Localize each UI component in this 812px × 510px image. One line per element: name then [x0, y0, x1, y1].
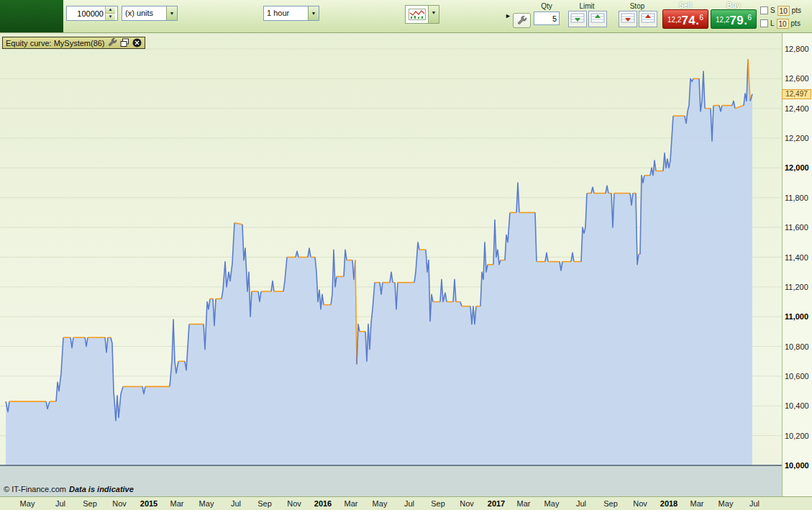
x-axis-label: Nov: [287, 499, 301, 508]
wrench-icon: [517, 16, 527, 26]
stop-grid-up-icon: [641, 12, 655, 24]
y-axis-label: 12,200: [785, 134, 809, 142]
y-axis-label: 11,800: [785, 193, 808, 202]
chart-type-button[interactable]: ▼: [405, 5, 439, 24]
limit-order-down-button[interactable]: [568, 11, 587, 27]
stop-grid-down-icon: [621, 12, 635, 24]
buy-button[interactable]: 12,279.6: [711, 9, 757, 29]
chevron-down-icon[interactable]: ▼: [166, 6, 177, 20]
limit-label: Limit: [567, 2, 607, 10]
x-axis-label: May: [20, 499, 35, 508]
x-axis-label: May: [719, 499, 734, 508]
x-axis-label: Nov: [112, 499, 127, 508]
stop-pts-unit: pts: [792, 6, 801, 14]
chart-tab-title: Equity curve: MySystem(86): [6, 39, 105, 47]
x-axis-label: Mar: [690, 499, 704, 508]
x-axis-label: 2017: [488, 499, 505, 508]
timeframe-dropdown[interactable]: 1 hour ▼: [263, 6, 319, 21]
x-axis-label: Sep: [257, 499, 272, 508]
sell-label: Sell: [662, 1, 708, 9]
x-axis-label: Mar: [170, 499, 184, 508]
chart-tab[interactable]: Equity curve: MySystem(86): [2, 37, 145, 49]
timeframe-dropdown-value: 1 hour: [264, 6, 308, 20]
y-axis-label: 11,400: [785, 253, 808, 262]
equity-curve: [0, 32, 782, 496]
x-axis-label: May: [373, 499, 388, 508]
x-axis-label: Jul: [404, 499, 414, 508]
stop-order-up-button[interactable]: [639, 11, 657, 27]
wrench-icon[interactable]: [108, 38, 117, 47]
limit-pts-input[interactable]: 10: [777, 19, 789, 29]
y-axis-label: 10,200: [785, 432, 809, 440]
units-dropdown[interactable]: (x) units ▼: [122, 6, 178, 21]
stop-checkbox[interactable]: [760, 6, 768, 14]
price-axis[interactable]: 12,80012,60012,40012,20012,00011,80011,6…: [782, 32, 812, 496]
buy-price-decimal: 6: [748, 14, 752, 22]
buy-label: Buy: [711, 1, 757, 9]
close-icon[interactable]: [132, 38, 142, 47]
chevron-down-icon[interactable]: ▼: [428, 6, 439, 23]
spinner-up-icon[interactable]: ▲: [106, 6, 115, 14]
x-axis-label: Nov: [460, 499, 474, 508]
spinner-down-icon[interactable]: ▼: [106, 14, 115, 20]
stop-distance-row: S 10 pts: [760, 5, 801, 16]
x-axis-label: Sep: [603, 499, 618, 508]
y-axis-label: 12,400: [785, 104, 809, 113]
data-disclaimer: © IT-Finance.comData is indicative: [4, 485, 134, 493]
buy-price-main: 79.: [729, 14, 747, 27]
chart-plot[interactable]: [0, 32, 782, 496]
x-axis-label: 2016: [314, 499, 332, 508]
y-axis-label: 10,000: [785, 461, 809, 470]
x-axis-label: 2015: [140, 499, 158, 508]
y-axis-label: 10,800: [785, 342, 809, 351]
x-axis-label: May: [199, 499, 214, 508]
sell-price-main: 74.: [681, 14, 699, 27]
x-axis-label: Jul: [231, 499, 241, 508]
stop-pts-input[interactable]: 10: [777, 6, 790, 16]
x-axis-label: Sep: [431, 499, 445, 508]
y-axis-label: 10,400: [785, 401, 809, 410]
y-axis-label: 12,800: [785, 45, 809, 53]
current-price-label: 12,497: [782, 89, 811, 99]
y-axis-label: 11,000: [785, 312, 808, 321]
quantity-stepper[interactable]: ▲ ▼: [66, 6, 118, 21]
qty-input[interactable]: [534, 12, 560, 25]
x-axis-label: Nov: [633, 499, 647, 508]
collapsed-side-panel[interactable]: [0, 0, 63, 32]
chevron-down-icon[interactable]: ▼: [308, 6, 319, 20]
x-axis-label: Jul: [55, 499, 65, 508]
x-axis-label: 2018: [660, 499, 678, 508]
limit-pts-unit: pts: [791, 19, 800, 27]
qty-label: Qty: [534, 2, 560, 10]
limit-distance-row: L 10 pts: [760, 18, 800, 29]
x-axis-label: Sep: [83, 499, 97, 508]
sell-price-prefix: 12,2: [667, 16, 681, 24]
limit-grid-up-icon: [590, 12, 605, 24]
stop-order-down-button[interactable]: [619, 11, 637, 27]
y-axis-label: 11,200: [785, 283, 808, 291]
buy-price-prefix: 12,2: [716, 16, 729, 24]
sell-button[interactable]: 12,274.6: [662, 9, 708, 29]
limit-order-up-button[interactable]: [588, 11, 607, 27]
top-toolbar: ▲ ▼ (x) units ▼ 1 hour ▼: [0, 0, 812, 33]
limit-checkbox[interactable]: [760, 19, 768, 27]
quantity-input[interactable]: [67, 6, 105, 20]
y-axis-label: 11,600: [785, 223, 808, 232]
indicative-text: Data is indicative: [69, 485, 134, 493]
units-dropdown-value: (x) units: [122, 6, 166, 20]
stop-label: Stop: [617, 2, 657, 10]
expand-panel-icon[interactable]: ►: [505, 12, 511, 19]
stop-row-label: S: [770, 6, 775, 14]
order-settings-button[interactable]: [513, 13, 531, 28]
chart-type-icon: [406, 6, 428, 23]
time-axis[interactable]: MayJulSepNov2015MarMayJulSepNov2016MarMa…: [0, 496, 812, 510]
sell-price-decimal: 6: [700, 14, 704, 22]
x-axis-label: Jul: [749, 499, 759, 508]
duplicate-window-icon[interactable]: [120, 38, 129, 47]
y-axis-label: 12,000: [785, 163, 809, 172]
copyright-text: © IT-Finance.com: [4, 485, 66, 493]
limit-row-label: L: [770, 19, 775, 27]
x-axis-label: May: [544, 499, 560, 508]
x-axis-label: Mar: [345, 499, 358, 508]
y-axis-label: 10,600: [785, 372, 809, 381]
